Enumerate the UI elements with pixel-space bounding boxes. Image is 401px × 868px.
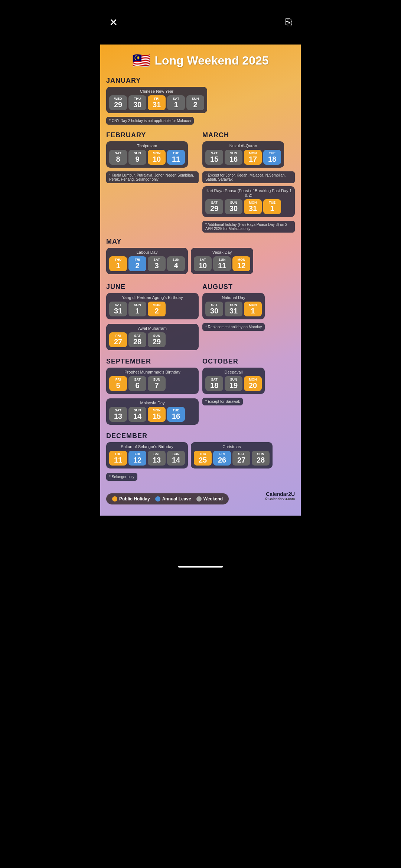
day-cards-agong: SAT31 SUN1 MON2 (109, 302, 196, 316)
footer: Public Holiday Annual Leave Weekend Cale… (106, 487, 295, 504)
day-card: SAT29 (205, 199, 223, 214)
month-title-october: OCTOBER (202, 358, 295, 365)
month-title-june: JUNE (106, 283, 199, 291)
holiday-agong: Yang di-Pertuan Agong's Birthday SAT31 S… (106, 293, 199, 319)
day-cards-national-day: SAT30 SUN31 MON1 (205, 302, 262, 316)
day-card: SAT31 (109, 302, 127, 316)
day-cards-prophet: FRI5 SAT6 SUN7 (109, 376, 196, 391)
month-february: FEBRUARY Thaipusam SAT8 SUN9 MON10 TUE11… (106, 131, 199, 233)
day-card: SAT15 (205, 150, 223, 165)
day-card: SUN19 (225, 376, 242, 391)
day-card: SUN16 (225, 150, 242, 165)
holiday-cny: Chinese New Year WED29 THU30 FRI31 SAT1 … (106, 87, 207, 113)
month-title-march: MARCH (202, 131, 295, 139)
dec-blocks: Sultan of Selangor's Birthday THU11 FRI1… (106, 442, 295, 471)
month-title-february: FEBRUARY (106, 131, 199, 139)
day-card: WED29 (109, 95, 127, 110)
holiday-name-nuzul: Nuzul Al-Quran (205, 144, 281, 148)
day-card: SAT3 (148, 256, 166, 271)
day-card: SUN4 (167, 256, 185, 271)
legend-label-public-holiday: Public Holiday (119, 496, 150, 502)
feb-march-row: FEBRUARY Thaipusam SAT8 SUN9 MON10 TUE11… (106, 131, 295, 233)
holiday-name-cny: Chinese New Year (109, 89, 204, 93)
day-card: SAT10 (194, 256, 212, 271)
day-card: MON10 (148, 150, 166, 165)
day-card: THU11 (109, 451, 127, 466)
day-card: SUN28 (252, 451, 270, 466)
malaysia-flag: 🇲🇾 (132, 52, 151, 69)
note-nuzul: * Except for Johor, Kedah, Malacca, N.Se… (202, 171, 295, 183)
brand-url: © Calendar2U.com (265, 497, 295, 501)
legend: Public Holiday Annual Leave Weekend (106, 493, 229, 504)
holiday-malaysia-day: Malaysia Day SAT13 SUN14 MON15 TUE16 (106, 398, 199, 425)
month-october: OCTOBER Deepavali SAT18 SUN19 MON20 * Ex… (202, 358, 295, 427)
holiday-name-deepavali: Deepavali (205, 370, 262, 374)
holiday-vesak: Vesak Day SAT10 SUN11 MON12 (191, 248, 253, 274)
close-icon[interactable]: ✕ (109, 16, 118, 29)
june-august-row: JUNE Yang di-Pertuan Agong's Birthday SA… (106, 283, 295, 352)
note-thaipusam: * Kuala Lumpur, Putrajaya, Johor, Negeri… (106, 171, 199, 183)
day-card: TUE11 (167, 150, 185, 165)
day-card: FRI12 (128, 451, 146, 466)
day-card: SUN9 (128, 150, 146, 165)
day-card: FRI2 (128, 256, 146, 271)
day-card: FRI31 (148, 95, 166, 110)
day-cards-thaipusam: SAT8 SUN9 MON10 TUE11 (109, 150, 185, 165)
day-cards-raya: SAT29 SUN30 MON31 TUE1 (205, 199, 292, 214)
holiday-muharram: Awal Muharram FRI27 SAT28 SUN29 (106, 324, 199, 350)
holiday-labour: Labour Day THU1 FRI2 SAT3 SUN4 (106, 248, 188, 274)
day-card: SUN11 (213, 256, 231, 271)
day-cards-christmas: THU25 FRI26 SAT27 SUN28 (194, 451, 270, 466)
holiday-name-muharram: Awal Muharram (109, 326, 196, 331)
holiday-name-thaipusam: Thaipusam (109, 144, 185, 148)
month-june: JUNE Yang di-Pertuan Agong's Birthday SA… (106, 283, 199, 352)
day-cards-deepavali: SAT18 SUN19 MON20 (205, 376, 262, 391)
day-card: MON31 (244, 199, 262, 214)
day-card: SUN14 (167, 451, 185, 466)
day-cards-selangor-sultan: THU11 FRI12 SAT13 SUN14 (109, 451, 185, 466)
legend-dot-orange (112, 496, 117, 502)
share-icon[interactable]: ⎘ (286, 16, 292, 28)
day-card: FRI27 (109, 332, 127, 347)
note-deepavali: * Except for Sarawak (202, 398, 243, 405)
note-raya: * Additional holiday (Hari Raya Puasa Da… (202, 221, 295, 233)
note-national-day: * Replacement holiday on Monday (202, 323, 265, 331)
day-cards-labour: THU1 FRI2 SAT3 SUN4 (109, 256, 185, 271)
day-card: FRI26 (213, 451, 231, 466)
day-card: THU1 (109, 256, 127, 271)
holiday-thaipusam: Thaipusam SAT8 SUN9 MON10 TUE11 (106, 141, 188, 168)
month-september: SEPTEMBER Prophet Muhammad's Birthday FR… (106, 358, 199, 427)
day-card: TUE1 (263, 199, 281, 214)
day-card: MON15 (148, 407, 166, 422)
holiday-name-agong: Yang di-Pertuan Agong's Birthday (109, 295, 196, 300)
bottom-bar (100, 516, 301, 575)
day-card: SUN1 (128, 302, 146, 316)
month-december: DECEMBER Sultan of Selangor's Birthday T… (106, 432, 295, 481)
day-card: SAT8 (109, 150, 127, 165)
day-card: SAT27 (232, 451, 250, 466)
main-content: 🇲🇾 Long Weekend 2025 JANUARY Chinese New… (100, 45, 301, 516)
holiday-name-vesak: Vesak Day (194, 250, 250, 254)
june-blocks: Yang di-Pertuan Agong's Birthday SAT31 S… (106, 293, 199, 352)
day-card: SUN14 (128, 407, 146, 422)
holiday-name-malaysia-day: Malaysia Day (109, 401, 196, 405)
day-card: SUN31 (225, 302, 242, 316)
holiday-name-raya: Hari Raya Puasa (Feast of Breaking Fast … (205, 188, 292, 197)
day-cards-nuzul: SAT15 SUN16 MON17 TUE18 (205, 150, 281, 165)
holiday-nuzul: Nuzul Al-Quran SAT15 SUN16 MON17 TUE18 (202, 141, 284, 168)
page-header: 🇲🇾 Long Weekend 2025 (106, 52, 295, 69)
day-card: SUN30 (225, 199, 242, 214)
holiday-raya: Hari Raya Puasa (Feast of Breaking Fast … (202, 186, 295, 217)
month-title-may: MAY (106, 238, 295, 246)
day-card: SAT13 (109, 407, 127, 422)
brand-logo: Calendar2U © Calendar2U.com (265, 491, 295, 501)
day-card: MON17 (244, 150, 262, 165)
day-card: TUE16 (167, 407, 185, 422)
day-card: SAT30 (205, 302, 223, 316)
day-card: SAT18 (205, 376, 223, 391)
holiday-name-christmas: Christmas (194, 444, 270, 449)
day-card: FRI5 (109, 376, 127, 391)
day-cards-cny: WED29 THU30 FRI31 SAT1 SUN2 (109, 95, 204, 110)
day-card: THU25 (194, 451, 212, 466)
day-card: MON1 (244, 302, 262, 316)
